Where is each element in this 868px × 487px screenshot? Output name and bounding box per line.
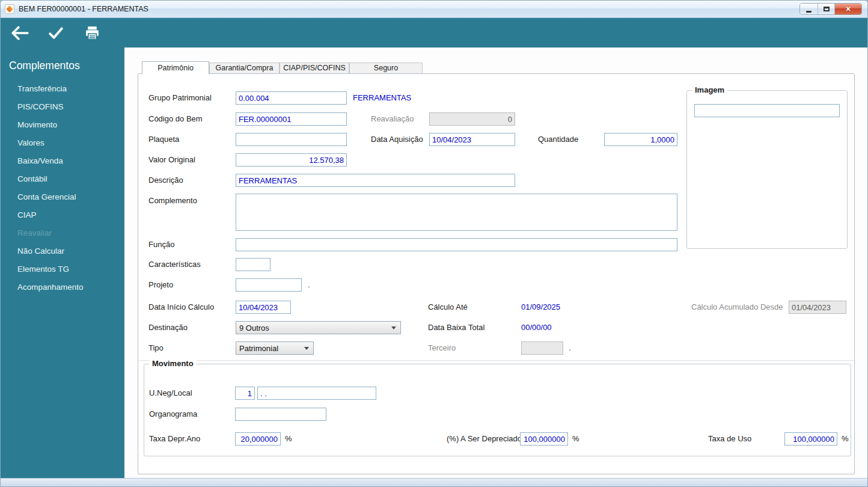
window-title: BEM FER00000001 - FERRAMENTAS <box>19 5 148 13</box>
grupo-patrimonial-label: Grupo Patrimonial <box>148 91 212 105</box>
sidebar-item-movimento[interactable]: Movimento <box>1 116 124 134</box>
sidebar-item-baixa-venda[interactable]: Baixa/Venda <box>1 152 124 170</box>
organograma-input[interactable] <box>235 408 326 421</box>
taxa-de-uso-label: Taxa de Uso <box>708 432 751 446</box>
print-button[interactable] <box>79 21 105 45</box>
data-aquisicao-label: Data Aquisição <box>371 133 423 146</box>
app-icon-glyph <box>6 5 13 12</box>
app-icon <box>5 4 14 14</box>
arrow-left-icon <box>10 25 29 41</box>
projeto-input[interactable] <box>236 278 302 292</box>
complemento-textarea[interactable] <box>236 194 677 231</box>
codigo-bem-label: Código do Bem <box>148 112 203 126</box>
minimize-icon <box>806 11 811 13</box>
sidebar-item-contabil[interactable]: Contábil <box>1 170 124 188</box>
reavaliacao-input <box>429 112 515 126</box>
printer-icon <box>84 25 100 40</box>
form-panel: Grupo Patrimonial FERRAMENTAS Imagem Cód… <box>138 73 855 474</box>
sidebar: Complementos Transferência PIS/COFINS Mo… <box>1 47 124 478</box>
sidebar-item-reavaliar: Reavaliar <box>1 224 124 242</box>
confirm-button[interactable] <box>43 21 69 45</box>
sidebar-item-ciap[interactable]: CIAP <box>1 206 124 224</box>
tab-garantia-compra[interactable]: Garantia/Compra <box>209 63 280 73</box>
imagem-groupbox: Imagem <box>686 90 848 249</box>
descricao-input[interactable] <box>236 174 515 187</box>
caracteristicas-label: Características <box>148 258 201 271</box>
taxa-de-uso-suffix: % <box>842 432 849 446</box>
sidebar-item-valores[interactable]: Valores <box>1 134 124 152</box>
funcao-input[interactable] <box>236 238 677 251</box>
minimize-button[interactable] <box>800 4 818 14</box>
movimento-groupbox: Movimento U.Neg/Local Organograma Taxa D… <box>144 364 851 456</box>
sidebar-item-transferencia[interactable]: Transferência <box>1 80 124 98</box>
uneg-input[interactable] <box>235 387 255 400</box>
tab-patrimonio[interactable]: Patrimônio <box>142 61 209 74</box>
tipo-select[interactable]: Patrimonial <box>236 342 314 355</box>
sidebar-item-acompanhamento[interactable]: Acompanhamento <box>1 278 124 296</box>
movimento-group-label: Movimento <box>149 359 197 368</box>
a-ser-depreciado-suffix: % <box>572 432 579 446</box>
destinacao-label: Destinação <box>148 321 188 334</box>
window-controls: ✕ <box>799 3 862 15</box>
sidebar-item-pis-cofins[interactable]: PIS/COFINS <box>1 98 124 116</box>
codigo-bem-input[interactable] <box>236 112 347 126</box>
calculo-ate-label: Cálculo Até <box>428 301 468 314</box>
app-body: Complementos Transferência PIS/COFINS Mo… <box>1 47 867 478</box>
data-aquisicao-input[interactable] <box>429 133 515 146</box>
tipo-label: Tipo <box>148 342 164 355</box>
chevron-down-icon <box>391 326 396 329</box>
terceiro-input <box>521 342 563 355</box>
imagem-input[interactable] <box>694 104 840 117</box>
close-icon: ✕ <box>845 5 851 13</box>
imagem-group-label: Imagem <box>692 85 727 94</box>
maximize-icon <box>824 7 830 11</box>
taxa-depr-ano-input[interactable] <box>235 432 281 446</box>
sidebar-item-conta-gerencial[interactable]: Conta Gerencial <box>1 188 124 206</box>
back-button[interactable] <box>7 21 33 45</box>
quantidade-input[interactable] <box>604 133 677 146</box>
taxa-de-uso-input[interactable] <box>784 432 837 446</box>
grupo-patrimonial-input[interactable] <box>236 91 347 105</box>
taxa-depr-ano-label: Taxa Depr.Ano <box>149 432 200 446</box>
taxa-depr-ano-suffix: % <box>285 432 292 446</box>
maximize-button[interactable] <box>818 4 835 14</box>
destinacao-select[interactable]: 9 Outros <box>236 321 401 334</box>
tab-seguro[interactable]: Seguro <box>349 63 423 73</box>
grupo-patrimonial-description: FERRAMENTAS <box>353 91 411 105</box>
data-baixa-total-label: Data Baixa Total <box>428 321 484 334</box>
data-inicio-calculo-label: Data Início Cálculo <box>148 301 214 314</box>
plaqueta-input[interactable] <box>236 133 347 146</box>
titlebar: BEM FER00000001 - FERRAMENTAS ✕ <box>1 1 867 18</box>
destinacao-selected-value: 9 Outros <box>239 323 269 332</box>
sidebar-item-nao-calcular[interactable]: Não Calcular <box>1 242 124 260</box>
projeto-suffix: . <box>308 278 310 292</box>
sidebar-item-elementos-tg[interactable]: Elementos TG <box>1 260 124 278</box>
organograma-label: Organograma <box>149 408 197 421</box>
projeto-label: Projeto <box>148 278 173 292</box>
chevron-down-icon <box>304 347 309 350</box>
app-window: BEM FER00000001 - FERRAMENTAS ✕ Compleme… <box>0 0 868 487</box>
data-inicio-calculo-input[interactable] <box>236 301 291 314</box>
local-input[interactable] <box>257 387 376 400</box>
plaqueta-label: Plaqueta <box>148 133 179 146</box>
tabpage-divider <box>138 360 854 361</box>
check-icon <box>48 26 64 40</box>
window-bottom-frame <box>1 478 867 486</box>
toolbar <box>1 18 867 47</box>
uneg-local-label: U.Neg/Local <box>149 387 192 400</box>
sidebar-title: Complementos <box>9 60 80 72</box>
valor-original-input[interactable] <box>236 153 347 167</box>
tab-strip: Patrimônio Garantia/Compra CIAP/PIS/COFI… <box>142 61 423 74</box>
terceiro-suffix: . <box>569 342 571 355</box>
funcao-label: Função <box>148 238 174 251</box>
caracteristicas-input[interactable] <box>236 258 270 271</box>
complemento-label: Complemento <box>148 194 197 207</box>
reavaliacao-label: Reavaliação <box>371 112 414 126</box>
main-content: Patrimônio Garantia/Compra CIAP/PIS/COFI… <box>124 47 867 478</box>
tab-ciap-pis-cofins[interactable]: CIAP/PIS/COFINS <box>280 63 349 73</box>
descricao-label: Descrição <box>148 174 183 187</box>
calculo-ate-value: 01/09/2025 <box>521 301 560 314</box>
quantidade-label: Quantidade <box>538 133 578 146</box>
a-ser-depreciado-input[interactable] <box>520 432 568 446</box>
close-button[interactable]: ✕ <box>835 4 861 14</box>
